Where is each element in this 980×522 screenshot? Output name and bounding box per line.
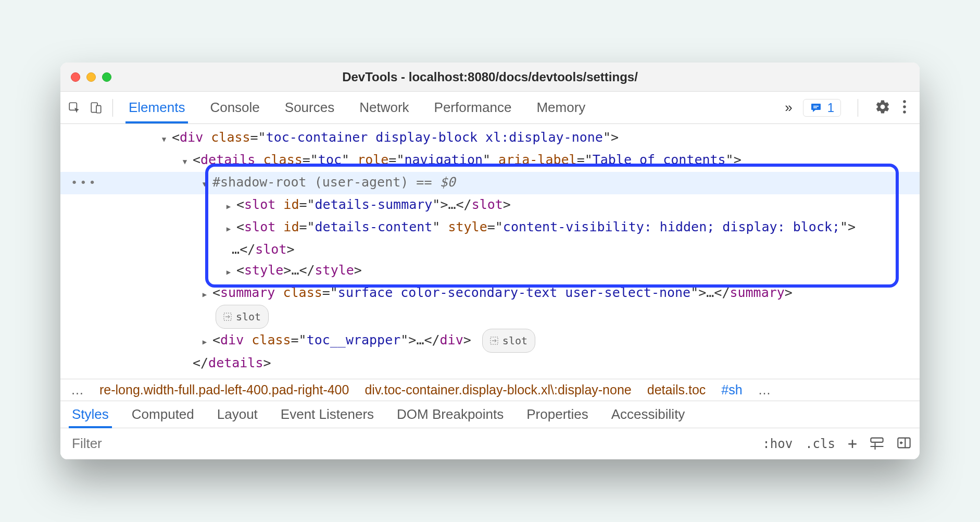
new-style-rule-icon[interactable]: + xyxy=(848,434,857,453)
close-window-button[interactable] xyxy=(71,72,80,82)
expand-toggle-icon[interactable] xyxy=(200,330,209,352)
breadcrumb-item[interactable]: details.toc xyxy=(647,382,706,397)
styles-filter-bar: :hov .cls + xyxy=(60,428,920,459)
dom-node[interactable]: </details> xyxy=(60,353,920,374)
dom-node[interactable]: <summary class="surface color-secondary-… xyxy=(60,282,920,305)
slot-badge-label: slot xyxy=(236,306,261,327)
tab-network[interactable]: Network xyxy=(358,93,410,122)
tab-computed[interactable]: Computed xyxy=(131,401,195,428)
minimize-window-button[interactable] xyxy=(86,72,96,82)
svg-rect-2 xyxy=(96,105,101,113)
tab-performance[interactable]: Performance xyxy=(433,93,513,122)
inspect-element-icon[interactable] xyxy=(64,97,85,119)
dom-node[interactable]: <style>…</style> xyxy=(60,260,920,282)
sidebar-tabs: Styles Computed Layout Event Listeners D… xyxy=(60,401,920,428)
breadcrumb-item[interactable]: div.toc-container.display-block.xl\:disp… xyxy=(365,382,631,397)
toolbar-divider xyxy=(858,99,858,117)
main-toolbar: Elements Console Sources Network Perform… xyxy=(60,92,920,124)
tab-accessibility[interactable]: Accessibility xyxy=(610,401,686,428)
breadcrumb-item[interactable]: re-long.width-full.pad-left-400.pad-righ… xyxy=(99,382,349,397)
svg-point-7 xyxy=(903,110,906,114)
expand-toggle-icon[interactable] xyxy=(159,127,169,150)
slot-badge[interactable]: slot xyxy=(216,305,269,329)
expand-toggle-icon[interactable] xyxy=(224,217,233,239)
tab-memory[interactable]: Memory xyxy=(535,93,586,122)
zoom-window-button[interactable] xyxy=(102,72,111,82)
dom-node-badge: slot xyxy=(60,305,920,329)
dom-node[interactable]: <div class="toc-container display-block … xyxy=(60,127,920,150)
svg-rect-10 xyxy=(871,438,883,442)
dom-tree[interactable]: <div class="toc-container display-block … xyxy=(60,124,920,379)
tab-dom-breakpoints[interactable]: DOM Breakpoints xyxy=(396,401,505,428)
expand-toggle-icon[interactable] xyxy=(180,150,190,172)
tab-layout[interactable]: Layout xyxy=(216,401,259,428)
svg-rect-4 xyxy=(813,107,817,108)
hov-toggle[interactable]: :hov xyxy=(762,437,793,451)
breadcrumb-overflow-right[interactable]: … xyxy=(758,382,771,397)
breadcrumb-item-active[interactable]: #sh xyxy=(721,382,742,397)
settings-icon[interactable] xyxy=(875,99,890,117)
dom-node[interactable]: <details class="toc" role="navigation" a… xyxy=(60,150,920,172)
toolbar-divider xyxy=(112,99,113,117)
reveal-icon xyxy=(223,313,232,321)
issues-button[interactable]: 1 xyxy=(803,99,841,117)
dom-breadcrumbs[interactable]: … re-long.width-full.pad-left-400.pad-ri… xyxy=(60,379,920,401)
tab-sources[interactable]: Sources xyxy=(284,93,335,122)
dom-node-selected[interactable]: ••• #shadow-root (user-agent) == $0 xyxy=(60,172,920,194)
slot-badge[interactable]: slot xyxy=(482,329,535,353)
svg-rect-3 xyxy=(813,106,819,107)
tab-properties[interactable]: Properties xyxy=(525,401,589,428)
gutter-menu-icon[interactable]: ••• xyxy=(71,176,98,189)
computed-styles-sidebar-icon[interactable] xyxy=(870,436,884,452)
window-title: DevTools - localhost:8080/docs/devtools/… xyxy=(60,70,920,84)
dom-node[interactable]: <slot id="details-summary">…</slot> xyxy=(60,194,920,217)
tab-elements[interactable]: Elements xyxy=(128,93,186,122)
more-tabs-icon[interactable]: » xyxy=(785,100,792,116)
expand-toggle-icon[interactable] xyxy=(200,172,209,194)
issues-count: 1 xyxy=(827,101,834,115)
expand-toggle-icon[interactable] xyxy=(224,260,233,282)
expand-toggle-icon[interactable] xyxy=(224,194,233,217)
dom-node[interactable]: <div class="toc__wrapper">…</div> slot xyxy=(60,329,920,353)
window-controls xyxy=(60,72,111,82)
tab-console[interactable]: Console xyxy=(209,93,260,122)
toggle-sidebar-icon[interactable] xyxy=(897,437,911,451)
tab-styles[interactable]: Styles xyxy=(71,401,110,428)
device-toolbar-icon[interactable] xyxy=(85,97,107,119)
breadcrumb-overflow-left[interactable]: … xyxy=(71,382,84,397)
svg-point-6 xyxy=(903,105,906,108)
tab-event-listeners[interactable]: Event Listeners xyxy=(280,401,375,428)
cls-toggle[interactable]: .cls xyxy=(805,437,835,451)
panel-tabs: Elements Console Sources Network Perform… xyxy=(128,93,782,122)
svg-point-5 xyxy=(903,100,906,103)
toolbar-right: 1 xyxy=(803,99,916,117)
devtools-window: DevTools - localhost:8080/docs/devtools/… xyxy=(60,63,920,459)
message-icon xyxy=(810,102,822,114)
reveal-icon xyxy=(490,337,498,345)
expand-toggle-icon[interactable] xyxy=(200,282,209,305)
slot-badge-label: slot xyxy=(502,330,527,351)
titlebar: DevTools - localhost:8080/docs/devtools/… xyxy=(60,63,920,92)
dom-node[interactable]: <slot id="details-content" style="conten… xyxy=(60,217,920,260)
styles-filter-input[interactable] xyxy=(60,428,754,459)
more-options-icon[interactable] xyxy=(902,99,907,117)
